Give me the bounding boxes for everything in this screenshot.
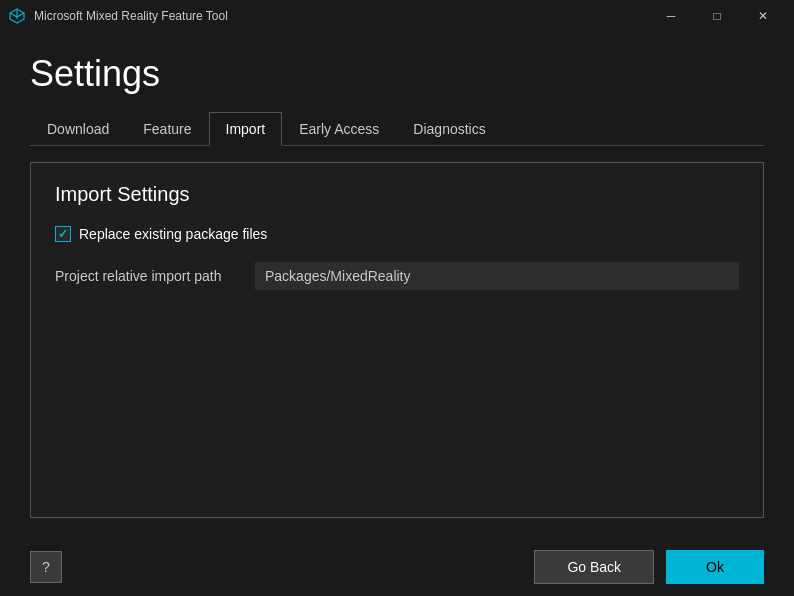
settings-panel: Import Settings ✓ Replace existing packa… [30,162,764,518]
tab-import[interactable]: Import [209,112,283,146]
maximize-button[interactable]: □ [694,0,740,32]
replace-files-row: ✓ Replace existing package files [55,226,739,242]
path-input[interactable] [255,262,739,290]
title-bar-left: Microsoft Mixed Reality Feature Tool [8,7,228,25]
tab-early-access[interactable]: Early Access [282,112,396,146]
title-bar: Microsoft Mixed Reality Feature Tool ─ □… [0,0,794,32]
replace-files-checkbox[interactable]: ✓ [55,226,71,242]
close-button[interactable]: ✕ [740,0,786,32]
tabs-container: Download Feature Import Early Access Dia… [30,111,764,146]
tab-feature[interactable]: Feature [126,112,208,146]
bottom-bar: ? Go Back Ok [0,538,794,596]
help-button[interactable]: ? [30,551,62,583]
main-content: Settings Download Feature Import Early A… [0,32,794,538]
bottom-right-buttons: Go Back Ok [534,550,764,584]
checkmark-icon: ✓ [58,228,68,240]
title-bar-controls: ─ □ ✕ [648,0,786,32]
ok-button[interactable]: Ok [666,550,764,584]
tab-download[interactable]: Download [30,112,126,146]
replace-files-label: Replace existing package files [79,226,267,242]
tab-diagnostics[interactable]: Diagnostics [396,112,502,146]
title-bar-title: Microsoft Mixed Reality Feature Tool [34,9,228,23]
page-title: Settings [30,52,764,95]
app-icon [8,7,26,25]
path-label: Project relative import path [55,268,255,284]
path-row: Project relative import path [55,262,739,290]
minimize-button[interactable]: ─ [648,0,694,32]
import-settings-title: Import Settings [55,183,739,206]
go-back-button[interactable]: Go Back [534,550,654,584]
